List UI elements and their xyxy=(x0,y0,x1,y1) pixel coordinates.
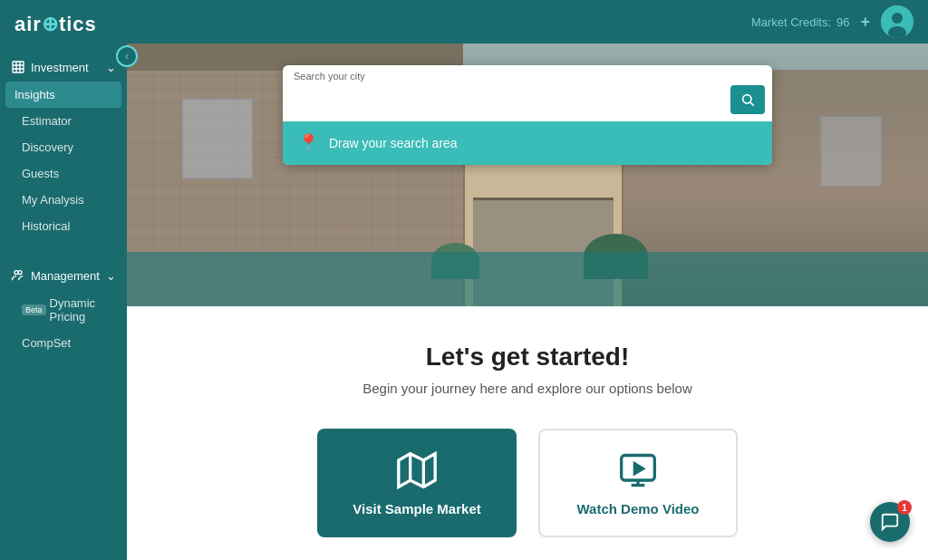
chat-bubble-button[interactable]: 1 xyxy=(870,502,910,542)
page-title: Let's get started! xyxy=(426,343,629,372)
sidebar-item-insights[interactable]: Insights xyxy=(5,82,121,108)
svg-line-7 xyxy=(750,102,754,106)
topbar: Market Credits: 96 + xyxy=(127,0,928,43)
estimator-label: Estimator xyxy=(22,114,72,128)
sidebar-item-dynamic-pricing[interactable]: Beta Dynamic Pricing xyxy=(0,290,127,330)
action-cards: Visit Sample Market Watch Demo Video xyxy=(317,429,738,537)
market-credits-value: 96 xyxy=(836,15,849,29)
content-area: Let's get started! Begin your journey he… xyxy=(127,306,928,560)
sidebar-item-my-analysis[interactable]: My Analysis xyxy=(0,187,127,213)
management-chevron-icon: ⌄ xyxy=(106,269,116,283)
add-credits-button[interactable]: + xyxy=(860,13,870,32)
search-label: Search your city xyxy=(283,65,772,82)
chat-icon xyxy=(880,512,900,532)
svg-marker-12 xyxy=(634,463,643,473)
search-input[interactable] xyxy=(290,85,723,114)
investment-group-header[interactable]: Investment ⌄ xyxy=(0,53,127,82)
search-icon xyxy=(740,92,755,107)
svg-point-6 xyxy=(743,95,751,103)
search-box: Search your city 📍 Draw your search area xyxy=(283,65,772,165)
sidebar-item-discovery[interactable]: Discovery xyxy=(0,134,127,160)
management-label: Management xyxy=(31,269,100,283)
investment-section: Investment ⌄ Insights Estimator Discover… xyxy=(0,49,127,243)
sidebar-collapse-button[interactable]: ‹ xyxy=(116,45,138,67)
visit-sample-market-label: Visit Sample Market xyxy=(353,501,480,517)
hero-section: Search your city 📍 Draw your search area xyxy=(127,43,928,306)
play-icon xyxy=(618,450,658,490)
avatar[interactable] xyxy=(881,5,914,38)
historical-label: Historical xyxy=(22,219,70,233)
discovery-label: Discovery xyxy=(22,140,73,154)
svg-rect-0 xyxy=(13,62,24,72)
sidebar-item-estimator[interactable]: Estimator xyxy=(0,108,127,134)
draw-area-label: Draw your search area xyxy=(329,136,458,150)
sidebar-item-compset[interactable]: CompSet xyxy=(0,330,127,356)
beta-badge: Beta xyxy=(22,304,46,315)
map-icon xyxy=(397,450,437,490)
compset-label: CompSet xyxy=(22,336,71,350)
market-credits-label: Market Credits: xyxy=(751,15,831,29)
sidebar: air⊕tics ‹ Investment ⌄ Insights Estimat… xyxy=(0,0,127,560)
my-analysis-label: My Analysis xyxy=(22,193,84,207)
main-content: Market Credits: 96 + xyxy=(127,0,928,560)
management-section: Management ⌄ Beta Dynamic Pricing CompSe… xyxy=(0,257,127,360)
search-button[interactable] xyxy=(730,85,765,114)
search-container: Search your city 📍 Draw your search area xyxy=(283,65,772,165)
watch-demo-video-label: Watch Demo Video xyxy=(576,501,699,517)
location-pin-icon: 📍 xyxy=(297,132,320,154)
sidebar-logo: air⊕tics xyxy=(0,0,127,49)
market-credits: Market Credits: 96 xyxy=(751,15,850,29)
visit-sample-market-button[interactable]: Visit Sample Market xyxy=(317,429,517,537)
svg-point-4 xyxy=(892,13,903,24)
sidebar-item-guests[interactable]: Guests xyxy=(0,160,127,187)
investment-chevron-icon: ⌄ xyxy=(106,61,116,74)
guests-label: Guests xyxy=(22,167,59,180)
teal-overlay xyxy=(127,252,928,306)
building-icon xyxy=(11,60,25,74)
user-avatar-icon xyxy=(881,5,914,38)
search-input-row xyxy=(283,82,772,121)
watch-demo-video-button[interactable]: Watch Demo Video xyxy=(538,429,738,537)
page-subtitle: Begin your journey here and explore our … xyxy=(362,381,692,396)
management-group-header[interactable]: Management ⌄ xyxy=(0,261,127,290)
draw-search-area-option[interactable]: 📍 Draw your search area xyxy=(283,121,772,165)
insights-label: Insights xyxy=(14,88,55,101)
svg-point-2 xyxy=(18,271,22,275)
logo-text: air⊕tics xyxy=(14,13,97,36)
people-icon xyxy=(11,268,25,283)
svg-marker-8 xyxy=(399,453,435,487)
chat-badge: 1 xyxy=(897,500,912,515)
sidebar-item-historical[interactable]: Historical xyxy=(0,213,127,239)
dynamic-pricing-label: Dynamic Pricing xyxy=(50,296,112,323)
investment-label: Investment xyxy=(31,61,89,74)
